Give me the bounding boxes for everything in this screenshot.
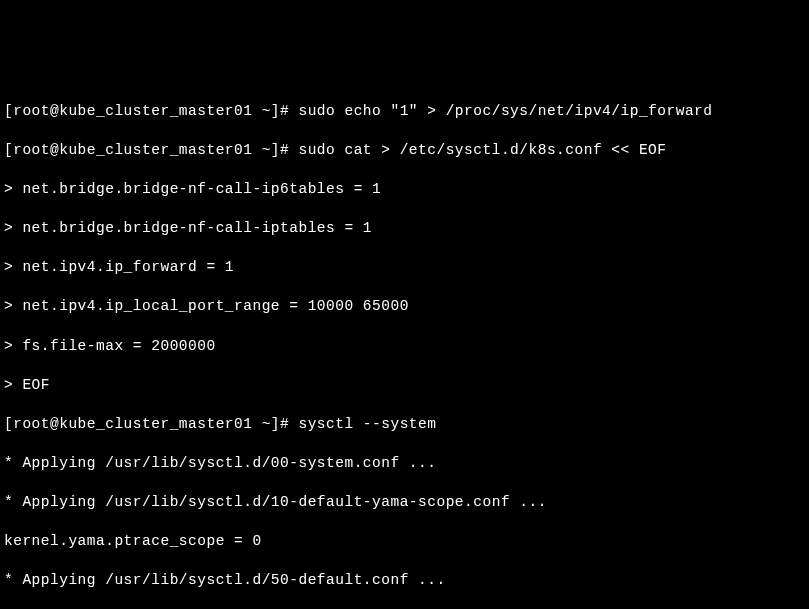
terminal-line: > fs.file-max = 2000000 xyxy=(4,337,805,357)
terminal-line: > EOF xyxy=(4,376,805,396)
terminal-line: [root@kube_cluster_master01 ~]# sudo ech… xyxy=(4,102,805,122)
terminal-line: * Applying /usr/lib/sysctl.d/10-default-… xyxy=(4,493,805,513)
terminal-line: * Applying /usr/lib/sysctl.d/00-system.c… xyxy=(4,454,805,474)
terminal-line: * Applying /usr/lib/sysctl.d/50-default.… xyxy=(4,571,805,591)
terminal-line: [root@kube_cluster_master01 ~]# sudo cat… xyxy=(4,141,805,161)
terminal-line: > net.ipv4.ip_forward = 1 xyxy=(4,258,805,278)
terminal-line: kernel.yama.ptrace_scope = 0 xyxy=(4,532,805,552)
terminal-line: > net.ipv4.ip_local_port_range = 10000 6… xyxy=(4,297,805,317)
terminal-line: [root@kube_cluster_master01 ~]# sysctl -… xyxy=(4,415,805,435)
terminal-output[interactable]: [root@kube_cluster_master01 ~]# sudo ech… xyxy=(4,82,805,609)
terminal-line: > net.bridge.bridge-nf-call-iptables = 1 xyxy=(4,219,805,239)
terminal-line: > net.bridge.bridge-nf-call-ip6tables = … xyxy=(4,180,805,200)
